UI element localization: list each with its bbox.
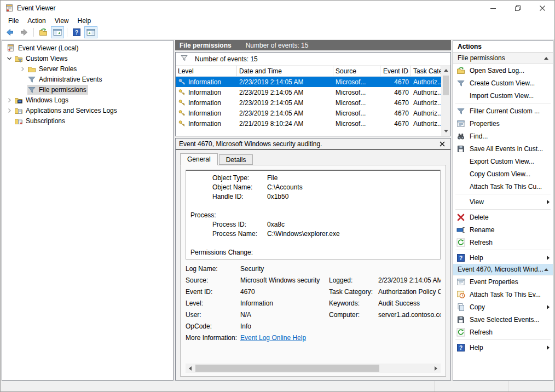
action-open-saved-log[interactable]: Open Saved Log... — [453, 64, 553, 77]
collapsed-chevron-icon[interactable] — [4, 106, 14, 115]
action-properties[interactable]: Properties — [453, 117, 553, 130]
tree-item-windows-logs[interactable]: Windows Logs — [2, 95, 173, 105]
folder-filter-icon — [14, 54, 24, 63]
submenu-arrow-icon — [547, 345, 550, 350]
action-event-properties[interactable]: Event Properties — [453, 275, 553, 288]
scroll-down-icon[interactable] — [441, 126, 450, 136]
scroll-up-icon[interactable] — [441, 66, 450, 75]
level-value: Information — [240, 299, 329, 307]
tree-item-server-roles[interactable]: Server Roles — [2, 64, 173, 74]
scroll-right-icon[interactable] — [431, 364, 441, 373]
event-row[interactable]: Information 2/23/2019 2:14:05 AM Microso… — [176, 87, 441, 97]
action-pane-toggle-button[interactable] — [84, 26, 97, 38]
console-tree-toggle-button[interactable] — [51, 26, 64, 38]
tab-general[interactable]: General — [180, 153, 218, 165]
banner-title: File permissions — [180, 42, 232, 49]
menu-action[interactable]: Action — [23, 16, 50, 25]
column-header-source[interactable]: Source — [333, 66, 380, 76]
action-refresh-event[interactable]: Refresh — [453, 326, 553, 338]
keywords-value: Audit Success — [378, 299, 441, 307]
action-save-selected-events[interactable]: Save Selected Events... — [453, 313, 553, 326]
funnel-icon — [180, 55, 188, 64]
action-copy-submenu[interactable]: Copy — [453, 301, 553, 313]
status-bar — [1, 381, 554, 391]
event-row[interactable]: Information 2/23/2019 2:14:05 AM Microso… — [176, 108, 441, 118]
action-refresh[interactable]: Refresh — [453, 236, 553, 249]
minimize-button[interactable] — [481, 1, 505, 16]
action-create-custom-view[interactable]: Create Custom View... — [453, 77, 553, 89]
restore-button[interactable] — [505, 1, 530, 16]
event-log-online-help-link[interactable]: Event Log Online Help — [240, 334, 306, 342]
events-table-header: Level Date and Time Source Event ID Task… — [176, 66, 441, 77]
help-button[interactable]: ? — [70, 26, 83, 38]
action-copy-custom-view[interactable]: Copy Custom View... — [453, 168, 553, 180]
column-header-event-id[interactable]: Event ID — [380, 66, 411, 76]
column-header-date-time[interactable]: Date and Time — [237, 66, 333, 76]
collapse-section-icon[interactable] — [544, 57, 548, 60]
svg-text:?: ? — [459, 255, 462, 261]
tree-item-file-permissions[interactable]: File permissions — [2, 84, 173, 95]
event-viewer-app-icon — [5, 4, 14, 13]
actions-section-header-file-permissions[interactable]: File permissions — [453, 53, 553, 64]
tree-item-label: Event Viewer (Local) — [16, 44, 80, 53]
action-attach-task-to-custom-view[interactable]: Attach Task To This Cu... — [453, 180, 553, 193]
action-attach-task-to-event[interactable]: Attach Task To This Ev... — [453, 288, 553, 301]
event-row[interactable]: Information 2/21/2019 8:10:24 AM Microso… — [176, 118, 441, 129]
scroll-left-icon[interactable] — [186, 364, 195, 373]
action-save-all-events[interactable]: Save All Events in Cust... — [453, 142, 553, 155]
column-header-level[interactable]: Level — [176, 66, 237, 76]
action-find[interactable]: Find... — [453, 130, 553, 142]
tree-item-subscriptions[interactable]: Subscriptions — [2, 116, 173, 126]
scrollbar-thumb[interactable] — [443, 76, 449, 95]
collapse-section-icon[interactable] — [544, 268, 548, 271]
computer-value: server1.ad.contoso.com — [378, 311, 441, 319]
menu-view[interactable]: View — [50, 16, 73, 25]
tree-item-applications-services-logs[interactable]: Applications and Services Logs — [2, 105, 173, 116]
submenu-arrow-icon — [547, 256, 550, 260]
event-description-box[interactable]: Object Type:File Object Name:C:\Accounts… — [186, 170, 441, 260]
tab-details[interactable]: Details — [219, 154, 253, 165]
action-view-submenu[interactable]: View — [453, 195, 553, 208]
actions-section-header-event-4670[interactable]: Event 4670, Microsoft Wind... — [453, 264, 553, 275]
expanded-chevron-icon[interactable] — [4, 54, 14, 63]
action-help-event-submenu[interactable]: ? Help — [453, 341, 553, 354]
actions-pane: Actions File permissions Open Saved Log.… — [453, 40, 553, 381]
events-list: Number of events: 15 Level Date and Time… — [175, 52, 451, 136]
open-saved-log-icon — [456, 66, 466, 75]
action-export-custom-view[interactable]: Export Custom View... — [453, 155, 553, 168]
audit-key-icon — [178, 99, 187, 107]
column-header-task-category[interactable]: Task Cate... — [411, 66, 441, 76]
collapsed-chevron-icon[interactable] — [18, 65, 27, 73]
filter-icon — [456, 107, 466, 116]
user-label: User: — [186, 311, 240, 319]
tree-item-label: Administrative Events — [37, 75, 103, 84]
toolbar-separator — [33, 28, 34, 37]
action-filter-current-custom-view[interactable]: Filter Current Custom ... — [453, 105, 553, 117]
action-help-submenu[interactable]: ? Help — [453, 251, 553, 264]
audit-key-icon — [178, 89, 187, 96]
submenu-arrow-icon — [547, 200, 550, 204]
collapsed-chevron-icon[interactable] — [4, 96, 14, 105]
action-rename[interactable]: Rename — [453, 223, 553, 236]
tree-item-event-viewer-local[interactable]: Event Viewer (Local) — [2, 43, 173, 53]
action-delete[interactable]: Delete — [453, 211, 553, 223]
rename-icon — [456, 226, 466, 234]
open-saved-log-button[interactable] — [37, 26, 50, 38]
event-row[interactable]: Information 2/23/2019 2:14:05 AM Microso… — [176, 97, 441, 108]
action-import-custom-view[interactable]: Import Custom View... — [453, 89, 553, 102]
close-button[interactable] — [530, 1, 554, 16]
help-icon: ? — [456, 253, 466, 262]
detail-horizontal-scrollbar[interactable] — [186, 364, 441, 373]
back-button[interactable] — [3, 26, 16, 38]
menu-help[interactable]: Help — [73, 16, 96, 25]
results-banner: File permissions Number of events: 15 — [175, 40, 451, 50]
tree-item-administrative-events[interactable]: Administrative Events — [2, 74, 173, 84]
close-detail-icon[interactable] — [437, 139, 447, 149]
menu-file[interactable]: File — [4, 16, 23, 25]
tree-item-custom-views[interactable]: Custom Views — [2, 53, 173, 64]
scrollbar-thumb[interactable] — [195, 365, 379, 372]
events-vertical-scrollbar[interactable] — [441, 66, 450, 136]
detail-tabs: General Details — [176, 150, 450, 165]
forward-button[interactable] — [18, 26, 31, 38]
event-row[interactable]: Information 2/23/2019 2:14:05 AM Microso… — [176, 77, 441, 87]
